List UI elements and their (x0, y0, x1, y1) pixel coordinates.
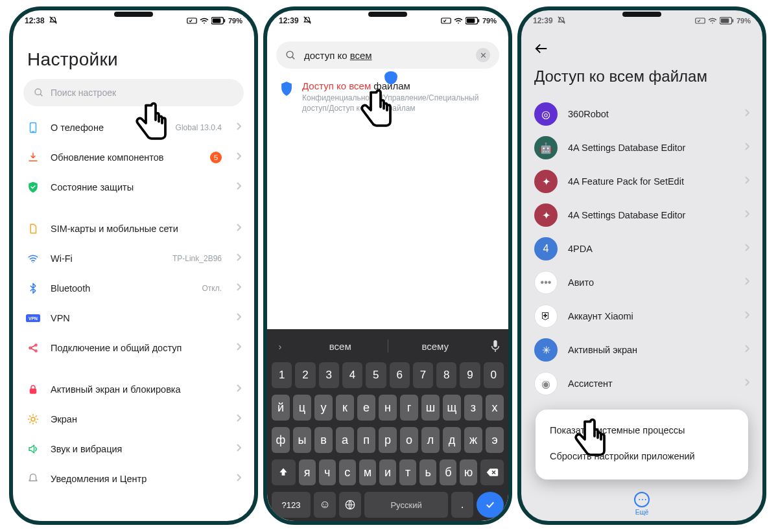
settings-label: VPN (51, 313, 226, 323)
keyboard[interactable]: › всем всему 1234567890 йцукенгшщзх фыва… (267, 329, 508, 521)
backspace-key[interactable] (480, 459, 504, 485)
search-text: доступ ко всем (304, 50, 372, 61)
key-с[interactable]: с (339, 459, 356, 485)
key-ч[interactable]: ч (319, 459, 336, 485)
settings-item[interactable]: Уведомления и Центр (13, 464, 254, 494)
period-key[interactable]: . (451, 492, 473, 518)
app-row[interactable]: 🤖 4A Settings Database Editor (521, 131, 762, 165)
key-з[interactable]: з (464, 395, 482, 421)
key-0[interactable]: 0 (484, 362, 504, 388)
settings-item[interactable]: Подключение и общий доступ (13, 333, 254, 363)
expand-suggestions-button[interactable]: › (267, 341, 293, 352)
key-я[interactable]: я (299, 459, 316, 485)
svg-rect-3 (213, 19, 221, 23)
key-п[interactable]: п (357, 427, 375, 453)
settings-label: О телефоне (51, 122, 165, 133)
key-а[interactable]: а (336, 427, 354, 453)
back-button[interactable] (521, 31, 762, 61)
clear-search-button[interactable]: ✕ (476, 48, 490, 62)
svg-rect-23 (493, 340, 497, 347)
key-н[interactable]: н (379, 395, 397, 421)
mic-icon[interactable] (482, 340, 508, 352)
key-г[interactable]: г (400, 395, 418, 421)
key-б[interactable]: б (440, 459, 456, 485)
shift-key[interactable] (272, 459, 296, 485)
key-6[interactable]: 6 (390, 362, 410, 388)
key-р[interactable]: р (379, 427, 397, 453)
search-input[interactable]: Поиск настроек (23, 79, 244, 106)
chevron-right-icon (236, 181, 241, 193)
key-у[interactable]: у (314, 395, 333, 421)
key-2[interactable]: 2 (295, 362, 315, 388)
key-л[interactable]: л (421, 427, 440, 453)
key-9[interactable]: 9 (460, 362, 480, 388)
key-7[interactable]: 7 (413, 362, 433, 388)
app-row[interactable]: ◉ Ассистент (521, 367, 762, 400)
key-8[interactable]: 8 (436, 362, 456, 388)
settings-item[interactable]: Звук и вибрация (13, 434, 254, 464)
menu-show-system[interactable]: Показать системные процессы (550, 417, 734, 443)
key-д[interactable]: д (443, 427, 461, 453)
key-ф[interactable]: ф (272, 427, 290, 453)
key-ц[interactable]: ц (293, 395, 311, 421)
key-и[interactable]: и (379, 459, 396, 485)
key-1[interactable]: 1 (272, 362, 292, 388)
key-ш[interactable]: ш (421, 395, 440, 421)
key-х[interactable]: х (486, 395, 504, 421)
key-ю[interactable]: ю (460, 459, 477, 485)
sim-icon (26, 223, 40, 235)
key-3[interactable]: 3 (319, 362, 339, 388)
key-й[interactable]: й (272, 395, 290, 421)
key-5[interactable]: 5 (366, 362, 386, 388)
key-ь[interactable]: ь (419, 459, 436, 485)
symbols-key[interactable]: ?123 (272, 492, 311, 518)
phone-settings: 12:38 79% Настройки Поиск настроек О тел… (9, 6, 258, 525)
key-щ[interactable]: щ (443, 395, 461, 421)
suggestion[interactable]: всем (293, 341, 388, 352)
app-row[interactable]: ✦ 4A Feature Pack for SetEdit (521, 165, 762, 198)
key-т[interactable]: т (399, 459, 416, 485)
settings-item[interactable]: Активный экран и блокировка (13, 375, 254, 404)
key-ы[interactable]: ы (293, 427, 311, 453)
app-row[interactable]: ◎ 360Robot (521, 97, 762, 131)
key-е[interactable]: е (357, 395, 375, 421)
settings-label: Подключение и общий доступ (51, 343, 226, 353)
key-в[interactable]: в (314, 427, 333, 453)
app-row[interactable]: ⛨ Аккаунт Xiaomi (521, 299, 762, 333)
settings-item[interactable]: VPN VPN (13, 303, 254, 333)
key-о[interactable]: о (400, 427, 418, 453)
app-icon: ◎ (534, 102, 558, 126)
language-key[interactable] (339, 492, 361, 518)
share-icon (26, 342, 40, 354)
spacebar-key[interactable]: Русский (364, 492, 448, 518)
search-input[interactable]: доступ ко всем ✕ (276, 41, 499, 69)
settings-item[interactable]: Wi-Fi TP-Link_2B96 (13, 244, 254, 273)
settings-item[interactable]: О телефоне Global 13.0.4 (13, 113, 254, 143)
chevron-right-icon (744, 378, 749, 389)
key-э[interactable]: э (486, 427, 504, 453)
settings-item[interactable]: SIM-карты и мобильные сети (13, 214, 254, 244)
suggestion[interactable]: всему (388, 341, 483, 352)
app-row[interactable]: ✳ Активный экран (521, 333, 762, 367)
status-bar: 12:39 79% (521, 10, 762, 31)
key-м[interactable]: м (359, 459, 376, 485)
enter-key[interactable] (477, 492, 504, 518)
app-row[interactable]: ✦ 4A Settings Database Editor (521, 198, 762, 232)
menu-reset-apps[interactable]: Сбросить настройки приложений (550, 443, 734, 469)
app-row[interactable]: 4 4PDA (521, 232, 762, 266)
settings-item[interactable]: Экран (13, 404, 254, 434)
status-time: 12:38 (25, 16, 45, 25)
key-к[interactable]: к (336, 395, 354, 421)
key-ж[interactable]: ж (464, 427, 482, 453)
key-4[interactable]: 4 (342, 362, 362, 388)
app-row[interactable]: ••• Авито (521, 266, 762, 299)
settings-item[interactable]: Обновление компонентов 5 (13, 143, 254, 172)
more-button[interactable]: ⋯ Ещё (634, 492, 650, 516)
wifi-icon (708, 17, 717, 25)
settings-item[interactable]: Bluetooth Откл. (13, 273, 254, 303)
wifi-icon (26, 253, 40, 264)
emoji-key[interactable]: ☺ (314, 492, 336, 518)
settings-item[interactable]: Состояние защиты (13, 172, 254, 202)
app-name: Активный экран (568, 345, 734, 355)
svg-text:VPN: VPN (29, 316, 38, 321)
